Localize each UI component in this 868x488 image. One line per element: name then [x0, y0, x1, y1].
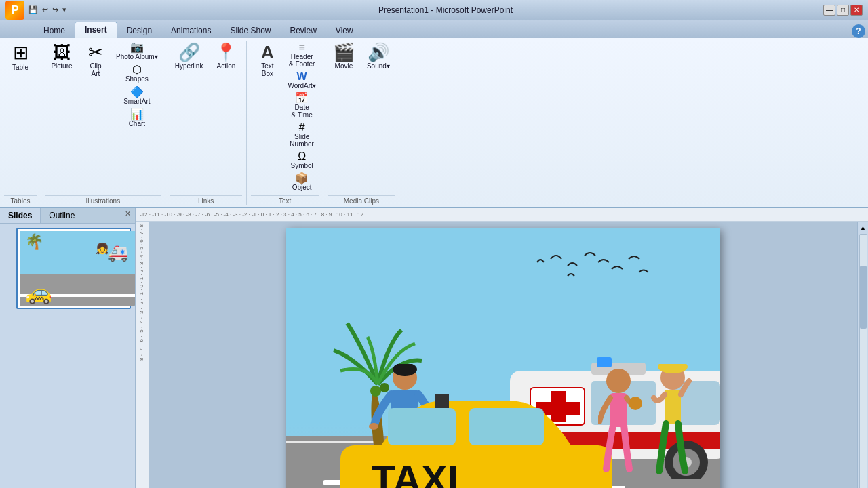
textbox-button[interactable]: A TextBox: [251, 41, 283, 80]
main-content: -12 · -11 · -10 · -9 · -8 · -7 · -6 · -5…: [136, 208, 868, 488]
tab-review[interactable]: Review: [280, 23, 326, 38]
object-button[interactable]: 📦 Object: [285, 171, 319, 192]
ppt-slide[interactable]: TAXI: [286, 228, 720, 488]
clipart-button[interactable]: ✂ ClipArt: [79, 41, 112, 80]
slide-thumbnail[interactable]: 🚕 🚑 🌴 👧: [16, 228, 131, 309]
photoalbum-icon: 📷: [130, 42, 144, 53]
save-quick-btn[interactable]: 💾: [27, 4, 39, 16]
wordart-button[interactable]: W WordArt▾: [285, 70, 319, 91]
symbol-label: Symbol: [290, 162, 313, 169]
group-tables-items: ⊞ Table: [4, 41, 37, 194]
header-footer-button[interactable]: ≡ Header& Footer: [285, 41, 319, 69]
tab-view[interactable]: View: [326, 23, 363, 38]
slide-panel: 1 🚕 🚑 🌴: [0, 224, 135, 488]
shapes-button[interactable]: ⬡ Shapes: [113, 63, 161, 84]
svg-point-45: [606, 369, 631, 393]
v-scroll-thumb[interactable]: [860, 266, 867, 328]
datetime-button[interactable]: 📅 Date& Time: [285, 92, 319, 120]
svg-text:TAXI: TAXI: [372, 457, 458, 488]
datetime-label: Date& Time: [292, 104, 313, 119]
maximize-button[interactable]: □: [837, 5, 849, 16]
sound-label: Sound▾: [367, 62, 390, 70]
shapes-icon: ⬡: [132, 64, 142, 75]
tab-animations[interactable]: Animations: [161, 23, 220, 38]
slidenumber-button[interactable]: # SlideNumber: [285, 121, 319, 149]
v-scroll-up[interactable]: ▲: [859, 223, 867, 232]
action-button[interactable]: 📍 Action: [210, 41, 242, 73]
undo-quick-btn[interactable]: ↩: [41, 4, 50, 16]
slide-thumbnail-image: 🚕 🚑 🌴 👧: [20, 231, 135, 306]
canvas-main: TAXI: [149, 222, 857, 488]
sidebar-close-button[interactable]: ✕: [121, 208, 135, 223]
wordart-label: WordArt▾: [288, 82, 316, 89]
quick-access-dropdown[interactable]: ▾: [61, 4, 68, 16]
object-label: Object: [292, 184, 312, 191]
h-ruler: -12 · -11 · -10 · -9 · -8 · -7 · -6 · -5…: [136, 208, 868, 222]
titlebar: P 💾 ↩ ↪ ▾ Presentation1 - Microsoft Powe…: [0, 0, 868, 20]
sidebar-tabs: Slides Outline ✕: [0, 208, 135, 224]
table-button[interactable]: ⊞ Table: [4, 41, 37, 74]
picture-button[interactable]: 🖼 Picture: [45, 41, 78, 73]
table-label: Table: [12, 64, 28, 71]
ribbon-content: ⊞ Table Tables 🖼 Picture ✂ ClipArt 📷 Pho…: [0, 38, 868, 208]
svg-point-50: [629, 396, 642, 410]
svg-rect-27: [388, 408, 456, 445]
picture-icon: 🖼: [53, 43, 71, 61]
v-scrollbar[interactable]: ▲ ▼: [857, 222, 868, 488]
sidebar: Slides Outline ✕ 1 🚕: [0, 208, 136, 488]
action-icon: 📍: [215, 43, 237, 61]
textbox-label: TextBox: [261, 62, 273, 77]
movie-label: Movie: [335, 62, 353, 70]
tab-slideshow[interactable]: Slide Show: [220, 23, 280, 38]
sound-button[interactable]: 🔊 Sound▾: [361, 41, 395, 73]
movie-button[interactable]: 🎬 Movie: [328, 41, 360, 73]
tab-design[interactable]: Design: [117, 23, 161, 38]
titlebar-left: P 💾 ↩ ↪ ▾: [5, 1, 68, 20]
symbol-button[interactable]: Ω Symbol: [285, 150, 319, 171]
textbox-icon: A: [261, 43, 274, 61]
close-button[interactable]: ✕: [850, 5, 863, 16]
photoalbum-label: Photo Album▾: [116, 53, 158, 60]
group-illustrations-items: 🖼 Picture ✂ ClipArt 📷 Photo Album▾ ⬡ Sha…: [45, 41, 161, 194]
group-tables-label: Tables: [4, 195, 37, 205]
photoalbum-button[interactable]: 📷 Photo Album▾: [113, 41, 161, 62]
hyperlink-button[interactable]: 🔗 Hyperlink: [170, 41, 209, 73]
movie-icon: 🎬: [333, 43, 355, 61]
redo-quick-btn[interactable]: ↪: [51, 4, 60, 16]
hyperlink-icon: 🔗: [178, 43, 200, 61]
tab-outline[interactable]: Outline: [41, 208, 83, 223]
group-media-items: 🎬 Movie 🔊 Sound▾: [328, 41, 395, 194]
smartart-label: SmartArt: [123, 98, 150, 105]
tab-home[interactable]: Home: [34, 23, 75, 38]
smartart-button[interactable]: 🔷 SmartArt: [113, 85, 161, 106]
group-tables: ⊞ Table Tables: [0, 41, 41, 205]
quick-access-toolbar: 💾 ↩ ↪ ▾: [27, 4, 68, 16]
header-footer-label: Header& Footer: [289, 53, 315, 68]
object-icon: 📦: [295, 173, 309, 184]
slidenumber-label: SlideNumber: [290, 133, 314, 148]
tab-slides[interactable]: Slides: [0, 208, 41, 223]
group-media-label: Media Clips: [328, 195, 395, 205]
window-title: Presentation1 - Microsoft PowerPoint: [68, 5, 823, 15]
group-media: 🎬 Movie 🔊 Sound▾ Media Clips: [323, 41, 399, 205]
smartart-icon: 🔷: [130, 87, 144, 98]
minimize-button[interactable]: —: [823, 5, 835, 16]
slidenumber-icon: #: [299, 122, 305, 133]
birds-svg: [530, 249, 666, 303]
clipart-icon: ✂: [88, 43, 103, 61]
header-footer-icon: ≡: [298, 42, 304, 53]
tab-insert[interactable]: Insert: [75, 22, 117, 38]
taxi-car-svg: TAXI: [327, 391, 625, 488]
chart-label: Chart: [129, 120, 145, 127]
chart-button[interactable]: 📊 Chart: [113, 108, 161, 129]
clipart-label: ClipArt: [90, 62, 101, 77]
help-button[interactable]: ?: [852, 24, 865, 38]
v-ruler: -8 · -7 · -6 · -5 · -4 · -3 · -2 · -1 · …: [136, 222, 149, 488]
office-logo[interactable]: P: [5, 1, 24, 20]
group-links-items: 🔗 Hyperlink 📍 Action: [170, 41, 243, 194]
shapes-label: Shapes: [125, 75, 149, 83]
sound-icon: 🔊: [368, 43, 389, 61]
ribbon-tabs: Home Insert Design Animations Slide Show…: [0, 20, 868, 38]
group-illustrations-label: Illustrations: [45, 195, 161, 205]
canvas-with-ruler: -8 · -7 · -6 · -5 · -4 · -3 · -2 · -1 · …: [136, 222, 868, 488]
